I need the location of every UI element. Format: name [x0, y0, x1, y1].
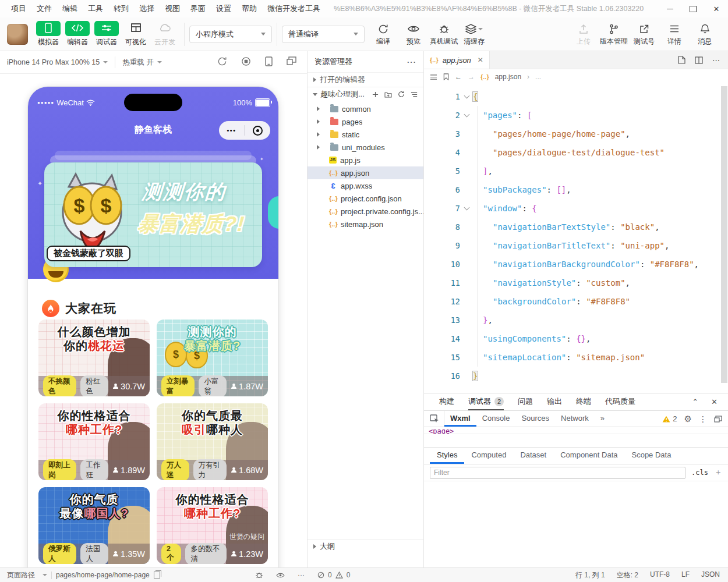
mode-select[interactable]: 小程序模式 — [189, 26, 272, 43]
panel-tab-代码质量[interactable]: 代码质量 — [605, 393, 635, 410]
editor-scrollbar[interactable] — [721, 86, 727, 383]
close-tab-icon[interactable]: ✕ — [478, 56, 483, 64]
action-清缓存[interactable]: 清缓存 — [459, 22, 489, 47]
result-tag-secondary[interactable]: 多的数不清 — [185, 543, 227, 565]
quiz-card[interactable]: 你的气质最吸引哪种人万人迷万有引力1.68W — [157, 403, 268, 480]
result-tag-secondary[interactable]: 万有引力 — [193, 459, 227, 481]
menu-工具[interactable]: 工具 — [83, 0, 108, 17]
panel-tab-调试器[interactable]: 调试器2 — [468, 393, 504, 410]
menu-项目[interactable]: 项目 — [6, 0, 31, 17]
result-tag-primary[interactable]: 万人迷 — [161, 459, 189, 481]
encoding[interactable]: UTF-8 — [650, 570, 670, 580]
collapse-all-icon[interactable] — [411, 91, 418, 98]
file-project.private.config.js...[interactable]: {..}project.private.config.js... — [308, 205, 423, 218]
minimize-button[interactable] — [658, 0, 681, 17]
result-tag-secondary[interactable]: 小富翁 — [199, 375, 227, 397]
style-tab-Scope-Data[interactable]: Scope Data — [624, 448, 678, 464]
styles-filter-input[interactable] — [430, 467, 685, 479]
fold-chevron-icon[interactable] — [464, 205, 469, 211]
panel-tab-终端[interactable]: 终端 — [576, 393, 591, 410]
add-style-icon[interactable]: ＋ — [714, 467, 722, 478]
file-pages[interactable]: pages — [308, 115, 423, 128]
panel-tab-问题[interactable]: 问题 — [518, 393, 533, 410]
breadcrumb-more[interactable]: ... — [535, 73, 541, 81]
dock-side-icon[interactable] — [714, 416, 722, 423]
menu-界面[interactable]: 界面 — [185, 0, 211, 17]
result-tag-primary[interactable]: 即刻上岗 — [43, 459, 76, 481]
toolbtn-编辑器[interactable]: 编辑器 — [63, 21, 92, 47]
eye-icon[interactable] — [276, 572, 285, 579]
quiz-card[interactable]: 你的性格适合哪种工作?即刻上岗工作狂1.89W — [38, 403, 150, 480]
result-tag-secondary[interactable]: 法国人 — [80, 543, 108, 565]
more-actions-icon[interactable]: ⋯ — [712, 56, 720, 65]
action-消息[interactable]: 消息 — [690, 22, 720, 47]
menu-帮助[interactable]: 帮助 — [236, 0, 262, 17]
breadcrumb-file[interactable]: app.json — [495, 73, 521, 81]
device-select[interactable]: iPhone 14 Pro Max 100% 15 — [0, 58, 115, 66]
quiz-card[interactable]: 什么颜色增加你的桃花运不挑颜色粉红色30.7W — [38, 320, 150, 396]
toolbtn-可视化[interactable]: 可视化 — [121, 21, 150, 47]
toolbtn-模拟器[interactable]: 模拟器 — [34, 21, 63, 47]
file-app.wxss[interactable]: 3app.wxss — [308, 179, 423, 192]
tabs-overflow-button[interactable]: » — [595, 411, 610, 427]
maximize-button[interactable] — [681, 0, 705, 17]
result-tag-secondary[interactable]: 粉红色 — [80, 375, 108, 397]
quiz-card[interactable]: 你的气质最像哪国人?俄罗斯人法国人1.35W — [38, 487, 150, 564]
fold-chevron-icon[interactable] — [464, 93, 469, 99]
outline-list-icon[interactable] — [430, 74, 437, 80]
menu-文件[interactable]: 文件 — [31, 0, 57, 17]
panel-tab-构建[interactable]: 构建 — [439, 393, 454, 410]
more-dots-icon[interactable]: ••• — [227, 127, 236, 134]
menu-选择[interactable]: 选择 — [134, 0, 160, 17]
forward-icon[interactable]: → — [468, 73, 475, 81]
result-tag-secondary[interactable]: 工作狂 — [80, 459, 108, 481]
code-area[interactable]: 1{2"pages": [3"pages/home-page/home-page… — [424, 85, 728, 395]
more-icon[interactable]: ··· — [298, 571, 305, 579]
wxml-element-tree-clipped[interactable]: <page> — [424, 427, 728, 434]
language-mode[interactable]: JSON — [701, 570, 720, 580]
style-tab-Styles[interactable]: Styles — [430, 448, 464, 464]
hot-reload-toggle[interactable]: 热重载 开 — [115, 58, 168, 68]
file-app.js[interactable]: JSapp.js — [308, 154, 423, 166]
menu-编辑[interactable]: 编辑 — [57, 0, 83, 17]
style-tab-Dataset[interactable]: Dataset — [513, 448, 553, 464]
record-button[interactable] — [241, 56, 251, 68]
toolbtn-调试器[interactable]: 调试器 — [92, 21, 121, 47]
file-static[interactable]: static — [308, 128, 423, 141]
problem-counters[interactable]: 0 0 — [317, 571, 350, 579]
refresh-icon[interactable] — [398, 91, 405, 98]
close-panel-icon[interactable]: ✕ — [711, 398, 718, 406]
open-editors-row[interactable]: 打开的编辑器 — [308, 72, 423, 87]
result-tag-primary[interactable]: 俄罗斯人 — [43, 543, 76, 565]
detach-window-button[interactable] — [287, 56, 296, 68]
back-icon[interactable]: ← — [455, 73, 462, 81]
bookmark-icon[interactable] — [443, 73, 449, 80]
file-uni_modules[interactable]: uni_modules — [308, 141, 423, 154]
menu-设置[interactable]: 设置 — [211, 0, 236, 17]
avatar[interactable] — [7, 24, 28, 45]
action-版本管理[interactable]: 版本管理 — [599, 22, 629, 47]
split-editor-icon[interactable] — [695, 56, 703, 64]
devtools-tab-Sources[interactable]: Sources — [515, 411, 555, 427]
new-folder-icon[interactable] — [384, 91, 392, 98]
result-tag-primary[interactable]: 不挑颜色 — [43, 375, 76, 397]
kebab-menu-icon[interactable]: ⋮ — [699, 414, 707, 424]
copy-path-icon[interactable] — [154, 572, 160, 579]
close-button[interactable]: ✕ — [705, 0, 728, 17]
file-sitemap.json[interactable]: {..}sitemap.json — [308, 218, 423, 230]
cursor-position[interactable]: 行 1, 列 1 — [575, 570, 605, 580]
eol-setting[interactable]: LF — [681, 570, 690, 580]
action-真机调试[interactable]: 真机调试 — [429, 22, 459, 47]
action-详情[interactable]: 详情 — [659, 22, 690, 47]
result-tag-primary[interactable]: 立刻暴富 — [161, 375, 195, 397]
rotate-button[interactable] — [217, 56, 227, 68]
panel-tab-输出[interactable]: 输出 — [547, 393, 562, 410]
exit-target-icon[interactable] — [253, 126, 263, 136]
fold-chevron-icon[interactable] — [464, 112, 469, 118]
action-编译[interactable]: 编译 — [368, 22, 398, 47]
file-app.json[interactable]: {..}app.json — [308, 166, 423, 179]
more-icon[interactable]: ··· — [407, 58, 416, 66]
device-frame-button[interactable] — [265, 56, 273, 68]
file-project.config.json[interactable]: {..}project.config.json — [308, 192, 423, 205]
indent-setting[interactable]: 空格: 2 — [617, 570, 638, 580]
